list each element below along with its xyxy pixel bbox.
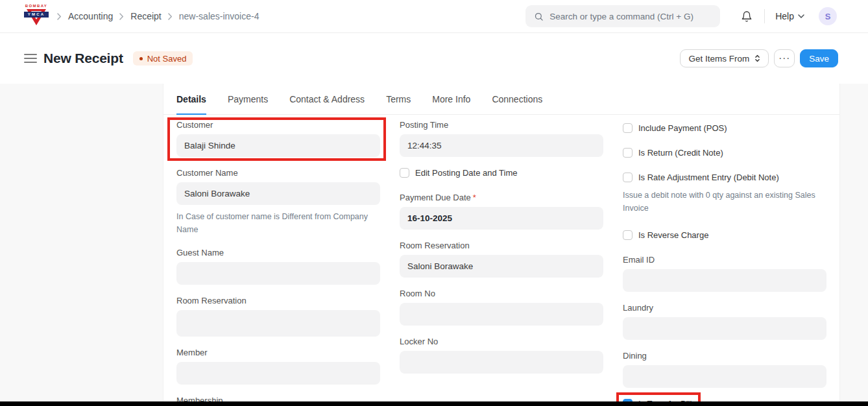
breadcrumb-item-accounting[interactable]: Accounting	[68, 11, 113, 21]
is-rate-adjustment-entry-debit-note-checkbox[interactable]	[623, 173, 633, 182]
posting-time-field: Posting Time12:44:35	[400, 120, 603, 157]
edit-posting-date-and-time-field: Edit Posting Date and Time	[400, 168, 603, 178]
email-id-input[interactable]	[623, 269, 826, 292]
edit-posting-date-and-time-checkbox[interactable]	[400, 168, 409, 178]
customer-name-label: Customer Name	[176, 168, 380, 178]
tab-details[interactable]: Details	[176, 84, 206, 114]
room-no-field: Room No	[400, 289, 603, 326]
laundry-field: Laundry	[623, 303, 826, 340]
is-return-credit-note-label: Is Return (Credit Note)	[638, 148, 723, 158]
guest-name-input[interactable]	[176, 262, 380, 285]
is-rate-adjustment-entry-debit-note-checkbox-row: Is Rate Adjustment Entry (Debit Note)	[623, 173, 779, 182]
room-reservation-label: Room Reservation	[176, 296, 380, 305]
breadcrumb: AccountingReceiptnew-sales-invoice-4	[57, 11, 259, 21]
payment-due-date-field: Payment Due Date*16-10-2025	[400, 193, 603, 230]
is-reverse-charge-label: Is Reverse Charge	[638, 230, 708, 240]
is-rate-adjustment-entry-debit-note-label: Is Rate Adjustment Entry (Debit Note)	[638, 173, 779, 182]
dining-input[interactable]	[623, 365, 826, 388]
customer-name-field: Customer NameSaloni BorawakeIn Case of c…	[176, 168, 380, 237]
locker-no-label: Locker No	[400, 337, 603, 346]
include-payment-pos-checkbox[interactable]	[623, 123, 633, 133]
sidebar-toggle-icon[interactable]	[24, 54, 37, 63]
page-header: New Receipt Not Saved Get Items From ···…	[0, 33, 868, 84]
form-column-2: Posting Time12:44:35Edit Posting Date an…	[400, 120, 603, 406]
guest-name-field: Guest Name	[176, 248, 380, 285]
form-column-3: Include Payment (POS)Is Return (Credit N…	[623, 120, 826, 406]
is-rate-adjustment-entry-debit-note-field: Is Rate Adjustment Entry (Debit Note)Iss…	[623, 173, 826, 215]
form-column-1: CustomerBalaji ShindeCustomer NameSaloni…	[176, 120, 380, 406]
include-payment-pos-field: Include Payment (POS)	[623, 123, 826, 133]
include-payment-pos-checkbox-row: Include Payment (POS)	[623, 123, 727, 133]
status-dot-icon	[139, 57, 143, 60]
room-reservation-field: Room Reservation	[176, 296, 380, 337]
more-options-button[interactable]: ···	[774, 49, 795, 67]
is-return-credit-note-checkbox[interactable]	[623, 148, 633, 158]
status-badge: Not Saved	[133, 51, 193, 66]
room-reservation-field: Room ReservationSaloni Borawake	[400, 241, 603, 278]
is-reverse-charge-checkbox[interactable]	[623, 230, 633, 240]
company-logo[interactable]: BOMBAY YMCA	[23, 3, 49, 30]
notification-bell-icon[interactable]	[741, 10, 753, 23]
customer-label: Customer	[176, 120, 380, 130]
laundry-label: Laundry	[623, 303, 826, 313]
form-tabs: DetailsPaymentsContact & AddressTermsMor…	[163, 84, 839, 115]
get-items-from-button[interactable]: Get Items From	[680, 49, 769, 67]
tab-terms[interactable]: Terms	[386, 84, 411, 114]
save-button[interactable]: Save	[800, 49, 838, 67]
dining-label: Dining	[623, 351, 826, 361]
customer-name-input[interactable]: Saloni Borawake	[176, 182, 380, 205]
chevron-down-icon	[798, 14, 804, 18]
tab-more-info[interactable]: More Info	[432, 84, 470, 114]
select-chevrons-icon	[754, 54, 760, 63]
email-id-label: Email ID	[623, 255, 826, 265]
search-input[interactable]: Search or type a command (Ctrl + G)	[525, 5, 720, 27]
form-card: DetailsPaymentsContact & AddressTermsMor…	[163, 84, 840, 406]
is-return-credit-note-field: Is Return (Credit Note)	[623, 148, 826, 158]
tab-connections[interactable]: Connections	[492, 84, 542, 114]
payment-due-date-input[interactable]: 16-10-2025	[400, 207, 603, 230]
chevron-right-icon	[119, 13, 124, 20]
laundry-input[interactable]	[623, 317, 826, 340]
tab-payments[interactable]: Payments	[228, 84, 268, 114]
help-menu[interactable]: Help	[775, 11, 804, 21]
member-label: Member	[176, 348, 380, 357]
member-input[interactable]	[176, 362, 380, 385]
room-reservation-input[interactable]: Saloni Borawake	[400, 255, 603, 278]
ellipsis-icon: ···	[778, 52, 790, 63]
page-background: DetailsPaymentsContact & AddressTermsMor…	[0, 84, 868, 406]
is-reverse-charge-field: Is Reverse Charge	[623, 230, 826, 240]
room-no-input[interactable]	[400, 303, 603, 326]
customer-field: CustomerBalaji Shinde	[176, 120, 380, 157]
room-no-label: Room No	[400, 289, 603, 298]
get-items-from-label: Get Items From	[688, 54, 749, 64]
user-avatar[interactable]: S	[819, 7, 837, 25]
locker-no-field: Locker No	[400, 337, 603, 374]
top-navbar: BOMBAY YMCA AccountingReceiptnew-sales-i…	[0, 0, 868, 33]
required-asterisk: *	[473, 193, 476, 202]
locker-no-input[interactable]	[400, 351, 603, 374]
customer-input[interactable]: Balaji Shinde	[176, 134, 380, 157]
payment-due-date-label: Payment Due Date*	[400, 193, 603, 202]
chevron-right-icon	[168, 13, 173, 20]
customer-name-help-text: In Case of customer name is Different fr…	[176, 210, 380, 237]
include-payment-pos-label: Include Payment (POS)	[638, 123, 727, 133]
posting-time-input[interactable]: 12:44:35	[400, 134, 603, 157]
edit-posting-date-and-time-label: Edit Posting Date and Time	[415, 168, 518, 178]
chevron-right-icon	[57, 13, 62, 20]
breadcrumb-item-new-sales-invoice-4[interactable]: new-sales-invoice-4	[179, 11, 259, 21]
save-button-label: Save	[809, 54, 829, 64]
search-icon	[534, 12, 544, 21]
status-badge-label: Not Saved	[147, 54, 187, 64]
logo-band-text: YMCA	[24, 12, 49, 18]
room-reservation-input[interactable]	[176, 310, 380, 337]
tab-contact-address[interactable]: Contact & Address	[289, 84, 365, 114]
member-field: Member	[176, 348, 380, 385]
is-rate-adjustment-entry-debit-note-help-text: Issue a debit note with 0 qty against an…	[623, 189, 826, 215]
logo-top-text: BOMBAY	[23, 4, 49, 8]
navbar-divider	[764, 9, 765, 23]
form-grid: CustomerBalaji ShindeCustomer NameSaloni…	[163, 115, 839, 406]
breadcrumb-item-receipt[interactable]: Receipt	[130, 11, 161, 21]
room-reservation-label: Room Reservation	[400, 241, 603, 250]
email-id-field: Email ID	[623, 255, 826, 292]
guest-name-label: Guest Name	[176, 248, 380, 257]
